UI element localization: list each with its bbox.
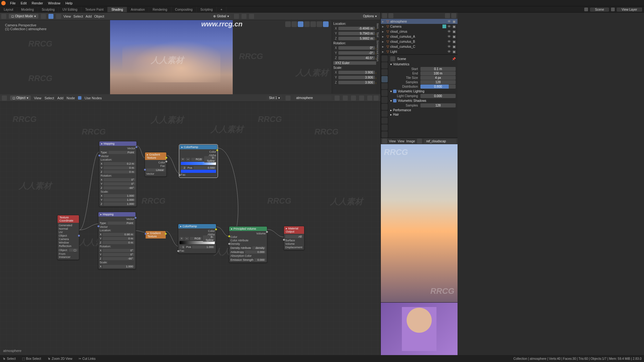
img-view-menu[interactable]: View xyxy=(389,140,396,143)
xray-icon[interactable] xyxy=(298,21,303,27)
node-header[interactable]: ▸ Mapping xyxy=(98,212,136,217)
hair-section[interactable]: Hair xyxy=(393,113,399,116)
vol-shadows-section[interactable]: Volumetric Shadows xyxy=(398,99,426,102)
editor-type-icon[interactable] xyxy=(382,139,387,144)
tab-layout[interactable]: Layout xyxy=(0,7,17,12)
colorramp-gradient[interactable] xyxy=(180,241,215,244)
socket-vector-in[interactable] xyxy=(145,233,147,235)
socket-color-out[interactable] xyxy=(165,157,167,159)
tab-output[interactable] xyxy=(381,62,388,69)
tab-modifier[interactable] xyxy=(381,97,388,103)
options-dropdown[interactable]: Options ▾ xyxy=(361,14,379,19)
eye-icon[interactable]: 👁 xyxy=(447,25,451,28)
ne-add[interactable]: Add xyxy=(57,96,64,100)
ramp-interp[interactable]: B-Spline xyxy=(204,156,216,162)
vol-distribution[interactable]: 0.800 xyxy=(420,85,456,89)
tab-sculpting[interactable]: Sculpting xyxy=(38,7,59,12)
map2-loc-x[interactable]: 0.98 m xyxy=(103,233,134,236)
node-texture-coordinate[interactable]: Texture Coordinate Generated Normal UV O… xyxy=(57,215,79,260)
menu-render[interactable]: Render xyxy=(29,1,46,5)
menu-edit[interactable]: Edit xyxy=(18,1,29,5)
socket-vector-out[interactable] xyxy=(136,146,137,148)
camera-icon[interactable]: ▣ xyxy=(452,19,456,23)
pivot-icon[interactable] xyxy=(234,14,239,19)
map2-rot-z[interactable]: -90° xyxy=(103,257,135,260)
colorramp-gradient[interactable] xyxy=(181,162,216,165)
mapping-type[interactable]: Point xyxy=(108,222,134,225)
ramp-del[interactable]: − xyxy=(185,237,189,240)
ramp-pos[interactable]: 1.000 xyxy=(192,245,215,249)
npanel-tab-screencast[interactable]: Screencast Keys xyxy=(376,40,379,62)
tab-scripting[interactable]: Scripting xyxy=(197,7,217,12)
ramp-color-swatch[interactable] xyxy=(181,170,216,173)
ne-node[interactable]: Node xyxy=(67,96,75,100)
gradient-mode[interactable]: Linear xyxy=(146,168,165,172)
tab-animation[interactable]: Animation xyxy=(127,7,149,12)
ramp-add[interactable]: + xyxy=(181,158,185,161)
node-colorramp-top[interactable]: ▸ ColorRamp Color Alpha + − RGB B-Spline… xyxy=(179,145,218,178)
tab-scene[interactable] xyxy=(381,76,388,82)
socket-density-in[interactable] xyxy=(228,243,230,245)
ramp-pos[interactable]: 0.550 xyxy=(193,166,216,169)
menu-file[interactable]: File xyxy=(8,1,18,5)
slot-selector[interactable]: Slot 1 ▾ xyxy=(266,96,282,100)
socket-color-out[interactable] xyxy=(215,228,217,230)
ramp-index[interactable]: 1 xyxy=(180,245,185,249)
node-colorramp-bottom[interactable]: ▸ ColorRamp Color Alpha + − RGB B-Spline… xyxy=(178,224,216,254)
node-editor-canvas[interactable]: RRCG RRCG 人人素材 人人素材 RRCG RRCG 人人素材 RRCG … xyxy=(0,102,380,355)
scale-z[interactable]: 3.906 xyxy=(338,81,375,84)
socket-object[interactable] xyxy=(78,235,80,237)
tab-shading[interactable]: Shading xyxy=(108,7,127,12)
pin-icon[interactable] xyxy=(359,96,364,101)
ramp-del[interactable]: − xyxy=(186,158,190,161)
ne-snap-icon[interactable] xyxy=(367,96,372,101)
img-view-menu[interactable]: View xyxy=(398,140,405,143)
camera-icon[interactable]: ▣ xyxy=(452,50,456,53)
overlays-toggle-icon[interactable] xyxy=(291,21,297,27)
ne-select[interactable]: Select xyxy=(45,96,54,100)
ne-view[interactable]: View xyxy=(34,96,42,100)
camera-icon[interactable]: ▣ xyxy=(452,40,456,43)
material-name-field[interactable]: atmosphere xyxy=(294,96,331,100)
scene-selector[interactable]: Scene xyxy=(590,8,609,12)
volumetrics-section[interactable]: Volumetrics xyxy=(393,63,409,66)
img-image-menu[interactable]: Image xyxy=(406,140,415,143)
vp-select[interactable]: Select xyxy=(73,14,83,18)
socket-fac-out[interactable] xyxy=(165,161,167,162)
viewport[interactable]: Camera Perspective (1) Collection | atmo… xyxy=(0,20,380,94)
ramp-mode[interactable]: RGB xyxy=(191,158,203,161)
map1-scl-x[interactable]: 1.000 xyxy=(103,194,135,197)
node-header[interactable]: ▸ Gradient Texture xyxy=(145,152,166,160)
tab-object[interactable] xyxy=(381,90,388,96)
material-new-icon[interactable] xyxy=(343,96,348,101)
tab-constraint[interactable] xyxy=(381,118,388,124)
node-header[interactable]: ▸ Mapping xyxy=(99,141,136,146)
reference-image[interactable]: RRCG RRCG xyxy=(381,144,458,302)
eye-icon[interactable]: 👁 xyxy=(447,30,451,33)
pvol-emission[interactable]: 0.000 xyxy=(254,258,266,261)
map1-rot-y[interactable]: 0° xyxy=(103,182,135,185)
camera-icon[interactable]: ▣ xyxy=(452,45,456,48)
socket-color-out[interactable] xyxy=(216,149,218,151)
tab-particle[interactable] xyxy=(381,104,388,110)
map2-loc-y[interactable]: 0 m xyxy=(103,237,134,240)
tab-data[interactable] xyxy=(381,124,388,131)
socket-color-out[interactable] xyxy=(165,233,167,235)
node-gradient-top[interactable]: ▸ Gradient Texture Color Fac Linear Vect… xyxy=(145,152,167,177)
display-mode-icon[interactable] xyxy=(388,13,393,18)
gizmos-toggle-icon[interactable] xyxy=(285,21,291,27)
socket-volume-out[interactable] xyxy=(266,231,268,233)
scale-x[interactable]: 3.906 xyxy=(338,71,375,74)
eye-icon[interactable]: 👁 xyxy=(447,35,451,38)
ne-overlay-icon[interactable] xyxy=(374,96,379,101)
tab-material[interactable] xyxy=(381,131,388,138)
vol-lighting-section[interactable]: Volumetric Lighting xyxy=(398,90,425,93)
eye-icon[interactable]: 👁 xyxy=(447,45,451,48)
image-name-field[interactable]: ref_cloudscap xyxy=(424,139,456,144)
rotation-mode[interactable]: XYZ Euler xyxy=(333,61,379,65)
vol-start[interactable]: 0.1 m xyxy=(420,67,456,71)
out-target[interactable]: All xyxy=(285,235,303,238)
tab-uv[interactable]: UV Editing xyxy=(59,7,81,12)
outliner-item-cumulus-c[interactable]: ▸▽cloud_cumulus_C👁▣ xyxy=(381,44,458,49)
ramp-index[interactable]: 2 xyxy=(181,166,186,169)
